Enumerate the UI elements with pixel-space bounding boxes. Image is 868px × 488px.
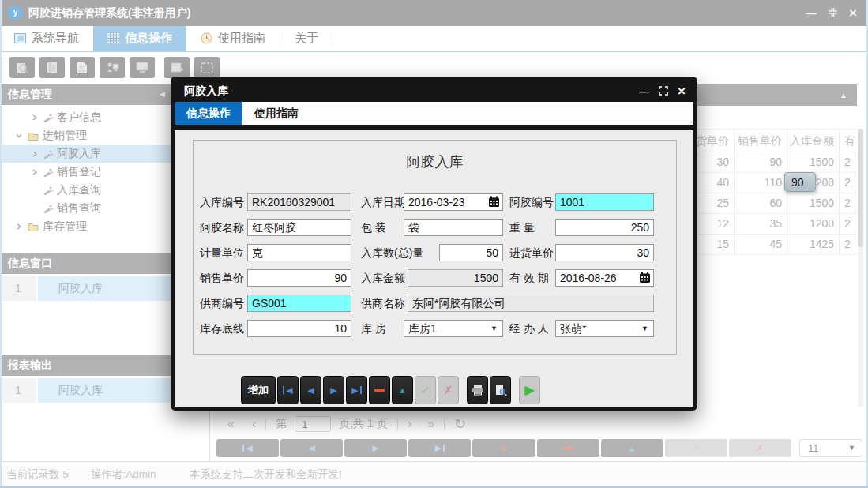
chevron-right-icon[interactable]: [30, 114, 39, 121]
window-frame-left: [0, 0, 2, 488]
tab-info-operation[interactable]: 信息操作: [93, 26, 186, 51]
dialog-minimize-button[interactable]: —: [639, 85, 649, 97]
dialog-tab-user-guide[interactable]: 使用指南: [242, 102, 310, 125]
vertical-scrollbar[interactable]: [858, 129, 863, 407]
column-header[interactable]: 销售单价: [735, 130, 787, 152]
save-button[interactable]: ✓: [415, 376, 436, 404]
tab-system-nav[interactable]: 系统导航: [0, 26, 93, 51]
dialog-title: 阿胶入库: [175, 84, 639, 99]
add-record-button[interactable]: +: [472, 439, 535, 457]
sale-price-field[interactable]: 90: [247, 269, 351, 287]
toolbar-frame-button[interactable]: [194, 57, 220, 78]
chevron-right-icon[interactable]: [30, 169, 39, 175]
execute-button[interactable]: ▶: [519, 376, 540, 404]
last-page-button[interactable]: »: [427, 417, 434, 431]
dialog-close-button[interactable]: ×: [678, 86, 686, 97]
toolbar-document-button[interactable]: [70, 57, 95, 78]
move-up-button[interactable]: ▲: [392, 376, 413, 404]
window-restore-button[interactable]: [828, 6, 838, 21]
handler-select[interactable]: 张萌* ▼: [555, 320, 654, 337]
scrollbar-thumb[interactable]: [858, 129, 863, 247]
delete-record-button[interactable]: [537, 439, 599, 457]
column-header[interactable]: 有: [840, 130, 857, 152]
refresh-button[interactable]: ↻: [454, 415, 466, 433]
field-label-stockin-no: 入库编号: [200, 193, 244, 211]
prev-record-icon: ◀: [307, 386, 314, 395]
add-button[interactable]: 增加: [241, 376, 276, 404]
calendar-icon[interactable]: [639, 272, 651, 287]
cancel-button[interactable]: ✗: [438, 376, 459, 404]
status-message: 本系统支持二次开发和全新开发!: [190, 467, 342, 482]
supplier-name-field[interactable]: 东阿*阿胶有限公司: [408, 295, 654, 312]
chevron-right-icon[interactable]: [14, 223, 24, 230]
window-close-button[interactable]: ×: [849, 8, 857, 19]
delete-record-button[interactable]: [369, 376, 390, 404]
page-number-input[interactable]: 1: [295, 416, 331, 432]
operator-status: 操作者:Admin: [91, 467, 156, 482]
first-page-button[interactable]: «: [227, 417, 235, 431]
dialog-button-row: 增加 ◀ ◀ ▶ ▶ ▲ ✓ ✗ ▶: [241, 376, 540, 404]
tab-about[interactable]: 关于: [280, 26, 333, 51]
printer-icon: [472, 385, 484, 396]
toolbar-monitor-button[interactable]: [130, 57, 155, 78]
next-page-button[interactable]: ›: [408, 417, 411, 431]
monitor-icon: [136, 62, 149, 73]
save-record-button[interactable]: ✓: [665, 439, 727, 457]
expiry-date-field[interactable]: 2016-08-26: [555, 269, 654, 287]
ejiao-no-field[interactable]: 1001: [555, 193, 654, 211]
chevron-down-icon[interactable]: [14, 133, 24, 139]
prev-record-icon: ◀: [308, 443, 314, 453]
prev-record-button[interactable]: ◀: [300, 376, 321, 404]
stock-floor-field[interactable]: 10: [247, 320, 351, 337]
restore-icon: [828, 7, 838, 17]
toolbar-contacts-button[interactable]: [39, 57, 65, 78]
stockin-amount-field[interactable]: 1500: [408, 269, 503, 287]
toolbar-user-button[interactable]: [100, 57, 125, 78]
dialog-maximize-button[interactable]: [659, 84, 668, 99]
weight-field[interactable]: 250: [555, 219, 654, 236]
toolbar-export-button[interactable]: [164, 57, 190, 78]
chevron-right-icon[interactable]: [30, 151, 39, 157]
ejiao-name-field[interactable]: 红枣阿胶: [247, 219, 351, 236]
stockin-date-field[interactable]: 2016-03-23: [404, 193, 503, 211]
print-button[interactable]: [467, 376, 488, 404]
next-record-button[interactable]: ▶: [323, 376, 344, 404]
panel-collapse-icon[interactable]: ◀: [160, 84, 165, 105]
minus-icon: [374, 389, 385, 392]
window-frame-icon: [201, 62, 213, 73]
package-field[interactable]: 袋: [404, 219, 503, 236]
last-record-icon: ▶: [435, 443, 442, 453]
caret-down-icon: ▼: [641, 321, 648, 336]
first-record-button[interactable]: ◀: [277, 376, 299, 404]
calendar-icon[interactable]: [488, 196, 500, 212]
stockin-no-field[interactable]: RK20160329001: [247, 193, 351, 211]
field-label-stockin-amount: 入库金额: [361, 269, 405, 287]
print-preview-button[interactable]: [490, 376, 511, 404]
unit-field[interactable]: 克: [247, 244, 351, 261]
cell-value-overlay: 90: [784, 172, 816, 192]
window-minimize-button[interactable]: —: [806, 7, 817, 19]
purchase-price-field[interactable]: 30: [555, 244, 654, 261]
last-record-button[interactable]: ▶: [346, 376, 367, 404]
dialog-tab-info-operation[interactable]: 信息操作: [175, 102, 242, 125]
field-label-purchase-price: 进货单价: [509, 244, 554, 261]
stockin-qty-field[interactable]: 50: [439, 244, 503, 261]
supplier-no-field[interactable]: GS001: [247, 295, 351, 312]
cancel-record-button[interactable]: ✗: [729, 439, 791, 457]
move-up-button[interactable]: ▲: [601, 439, 663, 457]
print-preview-icon: [494, 385, 507, 396]
first-record-button[interactable]: ◀: [216, 439, 279, 457]
address-book-icon: [46, 62, 58, 73]
column-header[interactable]: 入库金额: [787, 130, 840, 152]
prev-page-button[interactable]: ‹: [252, 417, 256, 431]
panel-collapse-up-icon[interactable]: ▲: [840, 92, 847, 99]
page-size-select[interactable]: 11 ▼: [799, 439, 862, 457]
next-record-button[interactable]: ▶: [344, 439, 407, 457]
stock-in-dialog: 阿胶入库 — × 信息操作 使用指南 阿胶入库 入库编号 RK201603290…: [171, 77, 697, 411]
toolbar-search-button[interactable]: [9, 57, 35, 78]
last-record-button[interactable]: ▶: [408, 439, 471, 457]
field-label-package: 包 装: [361, 219, 386, 236]
warehouse-select[interactable]: 库房1 ▼: [404, 320, 503, 337]
prev-record-button[interactable]: ◀: [280, 439, 343, 457]
tab-user-guide[interactable]: 使用指南: [186, 26, 280, 51]
